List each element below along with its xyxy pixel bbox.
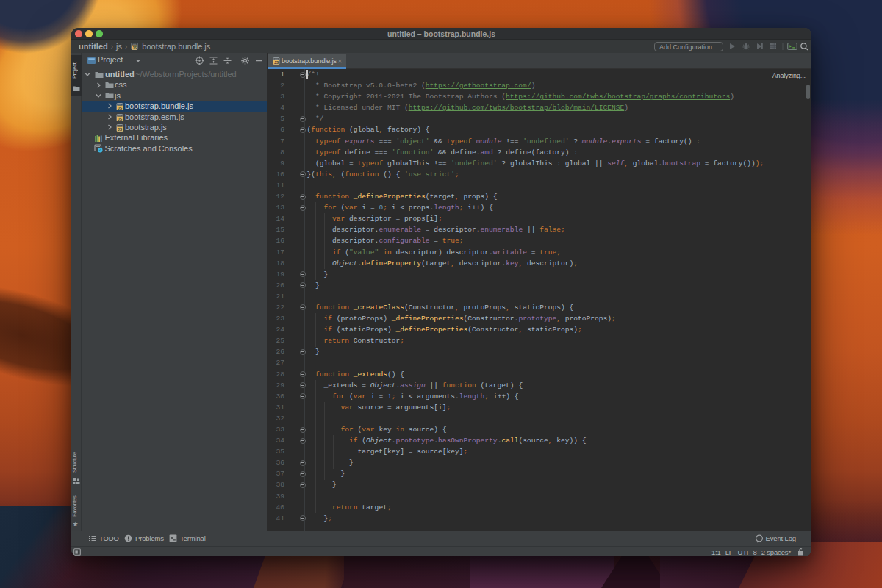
svg-text:JS: JS [117,127,122,132]
svg-text:JS: JS [274,60,279,65]
svg-text:JS: JS [117,106,122,110]
svg-text:JS: JS [117,116,122,121]
svg-text:JS: JS [132,46,137,50]
